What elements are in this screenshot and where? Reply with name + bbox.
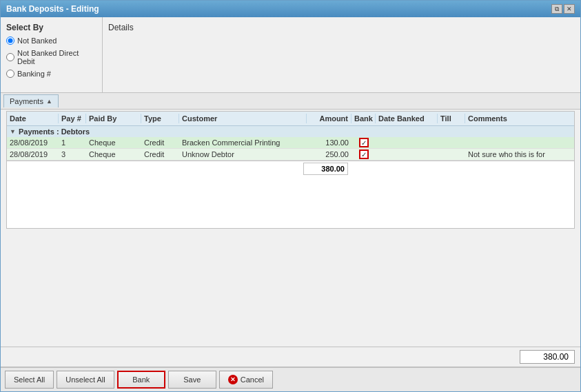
th-date: Date [7,114,59,123]
th-type: Type [141,114,179,123]
unselect-all-button[interactable]: Unselect All [57,371,114,389]
select-by-title: Select By [6,23,96,32]
td-customer-1: Bracken Commercial Printing [179,137,307,148]
td-date-2: 28/08/2019 [7,149,59,160]
th-bank: Bank [351,114,376,123]
main-window: Bank Deposits - Editing ⧉ ✕ Select By No… [0,0,581,392]
bottom-total-area: 380.00 [1,347,580,367]
group-header: ▼ Payments : Debtors [7,126,574,137]
total-spacer [7,163,303,175]
td-amount-1: 130.00 [307,137,351,148]
td-type-1: Credit [141,137,179,148]
select-by-panel: Select By Not Banked Not Banked Direct D… [1,17,103,92]
spacer-area [3,230,578,347]
td-comments-2: Not sure who this is for [465,149,574,160]
td-type-2: Credit [141,149,179,160]
td-bank-2[interactable]: ✓ [351,149,376,159]
window-controls: ⧉ ✕ [551,4,575,14]
restore-button[interactable]: ⧉ [551,4,562,14]
payments-tab[interactable]: Payments ▲ [3,94,59,107]
radio-banking-hash[interactable]: Banking # [6,70,96,78]
select-all-button[interactable]: Select All [5,371,54,389]
td-pay-2: 3 [59,149,86,160]
payments-tab-arrow: ▲ [46,98,52,105]
subtotal-row: 380.00 [7,161,574,176]
td-datebanked-1 [376,141,438,144]
radio-group: Not Banked Not Banked Direct Debit Banki… [6,37,96,78]
bank-button[interactable]: Bank [117,371,165,389]
window-body: Select By Not Banked Not Banked Direct D… [1,17,580,391]
footer-bar: Select All Unselect All Bank Save ✕ Canc… [1,367,580,391]
th-till: Till [438,114,465,123]
title-bar: Bank Deposits - Editing ⧉ ✕ [1,1,580,17]
th-comments: Comments [465,114,574,123]
table-row: 28/08/2019 3 Cheque Credit Unknow Debtor… [7,149,574,161]
cancel-icon: ✕ [228,375,238,384]
td-pay-1: 1 [59,137,86,148]
th-datebanked: Date Banked [376,114,438,123]
details-panel: Details [103,17,580,92]
group-arrow: ▼ [10,128,16,135]
td-date-1: 28/08/2019 [7,137,59,148]
th-amount: Amount [307,114,351,123]
subtotal-value: 380.00 [303,163,348,175]
td-till-1 [438,141,465,144]
total-amount-box: 380.00 [520,350,575,364]
td-customer-2: Unknow Debtor [179,149,307,160]
radio-not-banked-direct-debit[interactable]: Not Banked Direct Debit [6,49,96,65]
th-pay: Pay # [59,114,86,123]
cancel-label: Cancel [241,375,264,384]
window-title: Bank Deposits - Editing [6,4,99,14]
td-till-2 [438,153,465,156]
table-row: 28/08/2019 1 Cheque Credit Bracken Comme… [7,137,574,149]
td-paidby-1: Cheque [86,137,141,148]
th-customer: Customer [179,114,307,123]
content-area: Date Pay # Paid By Type Customer Amount … [1,110,580,347]
payments-tab-bar: Payments ▲ [1,93,580,110]
td-comments-1 [465,141,574,144]
th-paidby: Paid By [86,114,141,123]
radio-not-banked[interactable]: Not Banked [6,37,96,45]
bank-checkbox-1[interactable]: ✓ [359,138,369,147]
td-bank-1[interactable]: ✓ [351,138,376,147]
top-panel: Select By Not Banked Not Banked Direct D… [1,17,580,93]
td-amount-2: 250.00 [307,149,351,160]
close-button[interactable]: ✕ [564,4,575,14]
payments-tab-label: Payments [10,97,43,105]
save-button[interactable]: Save [168,371,216,389]
td-paidby-2: Cheque [86,149,141,160]
table-header: Date Pay # Paid By Type Customer Amount … [7,112,574,126]
details-label: Details [108,23,134,32]
table-area: Date Pay # Paid By Type Customer Amount … [6,111,575,229]
cancel-button[interactable]: ✕ Cancel [219,371,273,389]
td-datebanked-2 [376,153,438,156]
group-header-label: Payments : Debtors [19,127,90,136]
bank-checkbox-2[interactable]: ✓ [359,149,369,159]
